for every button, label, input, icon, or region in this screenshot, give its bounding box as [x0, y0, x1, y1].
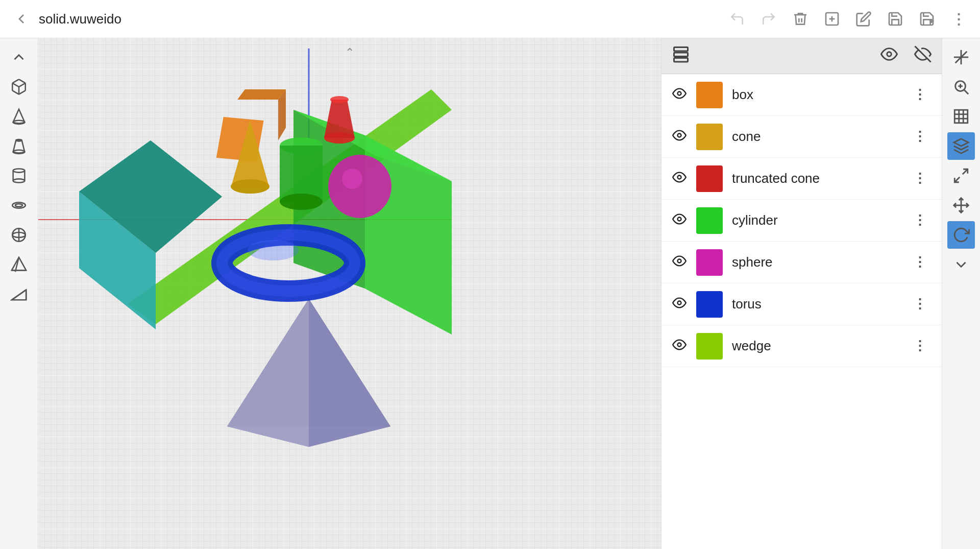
- svg-marker-32: [293, 110, 452, 181]
- svg-rect-56: [674, 58, 688, 62]
- zoom-fit-tool[interactable]: [947, 73, 975, 101]
- cone-tool[interactable]: [5, 103, 33, 130]
- main-area: ⌃: [0, 38, 980, 549]
- shape-list: box⋮ cone⋮ truncated cone⋮ cylinder⋮ sph…: [662, 74, 942, 549]
- panel-header: [662, 38, 942, 74]
- svg-point-65: [678, 343, 681, 346]
- visibility-icon[interactable]: [672, 128, 687, 146]
- pyramid-tool[interactable]: [5, 251, 33, 278]
- visibility-icon[interactable]: [672, 254, 687, 271]
- svg-rect-54: [674, 47, 688, 52]
- torus-tool[interactable]: [5, 192, 33, 219]
- shape-more-button[interactable]: ⋮: [909, 166, 932, 190]
- visibility-icon[interactable]: [672, 170, 687, 187]
- svg-point-14: [15, 204, 22, 207]
- select-tool[interactable]: [947, 162, 975, 189]
- shape-name-label: sphere: [732, 254, 900, 270]
- svg-point-45: [280, 194, 323, 210]
- visibility-icon[interactable]: [672, 212, 687, 229]
- svg-point-61: [678, 175, 681, 179]
- shape-row[interactable]: sphere⋮: [662, 242, 942, 283]
- delete-button[interactable]: [789, 8, 812, 30]
- truncated-cone-tool[interactable]: [5, 132, 33, 160]
- shape-more-button[interactable]: ⋮: [909, 208, 932, 232]
- svg-point-49: [328, 155, 391, 218]
- svg-point-59: [678, 91, 681, 95]
- color-swatch: [696, 124, 723, 150]
- svg-point-42: [231, 179, 270, 194]
- rotate-tool[interactable]: [947, 221, 975, 249]
- svg-rect-55: [674, 53, 688, 57]
- viewport-top-arrow[interactable]: ⌃: [345, 46, 354, 59]
- shape-name-label: box: [732, 87, 900, 103]
- color-swatch: [696, 291, 723, 318]
- svg-marker-39: [278, 89, 286, 140]
- shape-more-button[interactable]: ⋮: [909, 334, 932, 358]
- add-button[interactable]: [821, 8, 843, 30]
- visibility-icon[interactable]: [672, 296, 687, 313]
- right-panel: box⋮ cone⋮ truncated cone⋮ cylinder⋮ sph…: [661, 38, 942, 549]
- shape-row[interactable]: truncated cone⋮: [662, 158, 942, 200]
- color-swatch: [696, 165, 723, 192]
- shape-more-button[interactable]: ⋮: [909, 250, 932, 274]
- show-all-button[interactable]: [880, 45, 898, 66]
- svg-marker-35: [309, 299, 390, 447]
- shape-row[interactable]: torus⋮: [662, 283, 942, 325]
- right-toolbar: [942, 38, 980, 549]
- svg-line-70: [964, 90, 968, 94]
- svg-point-63: [678, 259, 681, 262]
- svg-marker-26: [128, 89, 452, 324]
- svg-marker-29: [79, 140, 222, 253]
- svg-point-46: [324, 132, 355, 144]
- grid-tool[interactable]: [947, 103, 975, 130]
- svg-point-48: [330, 96, 349, 103]
- svg-point-53: [248, 240, 299, 260]
- undo-button[interactable]: [726, 8, 748, 30]
- svg-marker-38: [237, 89, 286, 100]
- more-button[interactable]: ⋮: [947, 8, 970, 30]
- shape-more-button[interactable]: ⋮: [909, 292, 932, 316]
- svg-point-40: [231, 179, 270, 194]
- back-button[interactable]: [10, 8, 33, 30]
- svg-point-12: [13, 179, 25, 182]
- cylinder-tool[interactable]: [5, 162, 33, 189]
- header: solid.wuweido ⋮: [0, 0, 980, 38]
- layers-tool[interactable]: [947, 132, 975, 160]
- box-tool[interactable]: [5, 73, 33, 101]
- svg-marker-28: [79, 140, 222, 253]
- save-button[interactable]: [884, 8, 906, 30]
- shape-row[interactable]: box⋮: [662, 74, 942, 116]
- shape-more-button[interactable]: ⋮: [909, 83, 932, 107]
- viewport[interactable]: ⌃: [38, 38, 661, 549]
- svg-marker-76: [954, 139, 968, 146]
- svg-line-22: [12, 290, 26, 300]
- sphere-tool[interactable]: [5, 221, 33, 249]
- shape-row[interactable]: cone⋮: [662, 116, 942, 158]
- shape-row[interactable]: wedge⋮: [662, 325, 942, 367]
- shape-row[interactable]: cylinder⋮: [662, 200, 942, 242]
- color-swatch: [696, 207, 723, 234]
- shape-more-button[interactable]: ⋮: [909, 125, 932, 149]
- shape-name-label: truncated cone: [732, 171, 900, 186]
- visibility-icon[interactable]: [672, 338, 687, 355]
- svg-marker-30: [365, 135, 452, 335]
- svg-point-50: [342, 169, 362, 189]
- move-tool[interactable]: [947, 192, 975, 219]
- shape-name-label: cylinder: [732, 212, 900, 228]
- svg-marker-33: [227, 299, 390, 426]
- save-as-button[interactable]: [916, 8, 938, 30]
- svg-line-77: [963, 169, 968, 174]
- axes-tool[interactable]: [947, 43, 975, 71]
- axis-overlay: [38, 38, 661, 549]
- edit-button[interactable]: [852, 8, 875, 30]
- visibility-icon[interactable]: [672, 86, 687, 104]
- svg-point-57: [887, 52, 892, 57]
- hide-all-button[interactable]: [914, 45, 932, 66]
- left-toolbar: [0, 38, 38, 549]
- up-arrow-tool[interactable]: [5, 43, 33, 71]
- header-actions: ⋮: [726, 8, 970, 30]
- layers-header-icon: [672, 45, 690, 67]
- redo-button[interactable]: [757, 8, 780, 30]
- wedge-tool[interactable]: [5, 280, 33, 308]
- scroll-down-tool[interactable]: [947, 251, 975, 278]
